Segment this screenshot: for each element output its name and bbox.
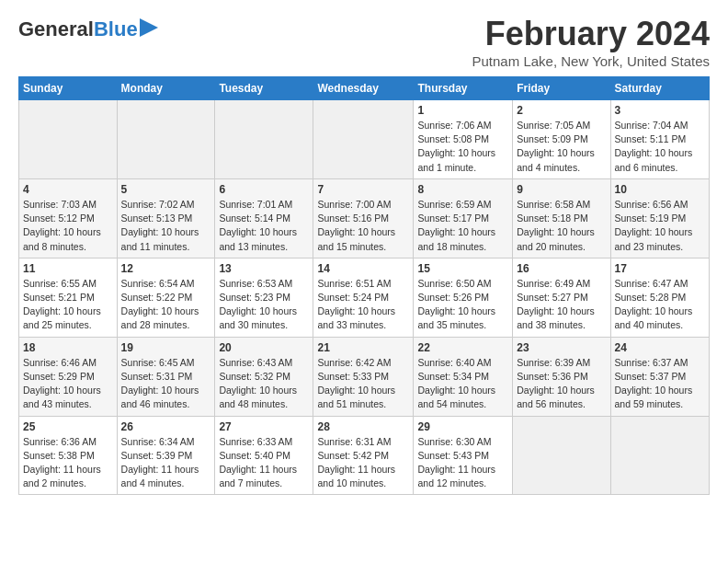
day-info: Sunrise: 7:04 AM Sunset: 5:11 PM Dayligh… (615, 119, 705, 175)
day-info: Sunrise: 6:56 AM Sunset: 5:19 PM Dayligh… (615, 198, 705, 254)
calendar-cell (313, 100, 414, 179)
calendar-cell: 2Sunrise: 7:05 AM Sunset: 5:09 PM Daylig… (513, 100, 610, 179)
day-info: Sunrise: 6:49 AM Sunset: 5:27 PM Dayligh… (517, 277, 606, 333)
day-number: 22 (417, 341, 508, 354)
calendar-cell: 15Sunrise: 6:50 AM Sunset: 5:26 PM Dayli… (414, 258, 513, 337)
calendar-cell: 27Sunrise: 6:33 AM Sunset: 5:40 PM Dayli… (215, 416, 313, 495)
logo-arrow-icon (140, 18, 158, 37)
day-number: 4 (23, 183, 113, 196)
col-header-thursday: Thursday (414, 77, 513, 100)
calendar-cell (610, 416, 709, 495)
day-number: 14 (317, 262, 409, 275)
day-number: 23 (517, 341, 606, 354)
day-number: 17 (615, 262, 705, 275)
week-row: 18Sunrise: 6:46 AM Sunset: 5:29 PM Dayli… (19, 337, 710, 416)
col-header-tuesday: Tuesday (215, 77, 313, 100)
day-info: Sunrise: 6:37 AM Sunset: 5:37 PM Dayligh… (615, 356, 705, 412)
day-number: 28 (317, 420, 409, 433)
calendar-title: February 2024 (472, 15, 710, 53)
day-number: 7 (317, 183, 409, 196)
calendar-cell (513, 416, 610, 495)
col-header-friday: Friday (513, 77, 610, 100)
day-info: Sunrise: 6:55 AM Sunset: 5:21 PM Dayligh… (23, 277, 113, 333)
day-info: Sunrise: 6:42 AM Sunset: 5:33 PM Dayligh… (317, 356, 409, 412)
calendar-cell: 16Sunrise: 6:49 AM Sunset: 5:27 PM Dayli… (513, 258, 610, 337)
calendar-cell: 19Sunrise: 6:45 AM Sunset: 5:31 PM Dayli… (117, 337, 215, 416)
calendar-cell: 26Sunrise: 6:34 AM Sunset: 5:39 PM Dayli… (117, 416, 215, 495)
day-number: 18 (23, 341, 113, 354)
day-number: 2 (517, 104, 606, 117)
col-header-wednesday: Wednesday (313, 77, 414, 100)
day-number: 24 (615, 341, 705, 354)
calendar-cell: 6Sunrise: 7:01 AM Sunset: 5:14 PM Daylig… (215, 178, 313, 258)
calendar-cell: 7Sunrise: 7:00 AM Sunset: 5:16 PM Daylig… (313, 178, 414, 258)
day-info: Sunrise: 6:51 AM Sunset: 5:24 PM Dayligh… (317, 277, 409, 333)
day-number: 29 (417, 420, 508, 433)
calendar-cell: 9Sunrise: 6:58 AM Sunset: 5:18 PM Daylig… (513, 178, 610, 258)
day-info: Sunrise: 6:45 AM Sunset: 5:31 PM Dayligh… (121, 356, 211, 412)
calendar-cell: 3Sunrise: 7:04 AM Sunset: 5:11 PM Daylig… (610, 100, 709, 179)
day-info: Sunrise: 6:53 AM Sunset: 5:23 PM Dayligh… (219, 277, 309, 333)
day-info: Sunrise: 6:50 AM Sunset: 5:26 PM Dayligh… (417, 277, 508, 333)
day-info: Sunrise: 7:01 AM Sunset: 5:14 PM Dayligh… (219, 198, 309, 254)
day-number: 16 (517, 262, 606, 275)
calendar-cell: 14Sunrise: 6:51 AM Sunset: 5:24 PM Dayli… (313, 258, 414, 337)
col-header-monday: Monday (117, 77, 215, 100)
calendar-cell: 29Sunrise: 6:30 AM Sunset: 5:43 PM Dayli… (414, 416, 513, 495)
day-number: 5 (121, 183, 211, 196)
calendar-cell: 8Sunrise: 6:59 AM Sunset: 5:17 PM Daylig… (414, 178, 513, 258)
calendar-cell (117, 100, 215, 179)
week-row: 11Sunrise: 6:55 AM Sunset: 5:21 PM Dayli… (19, 258, 710, 337)
logo: GeneralBlue (18, 18, 158, 40)
calendar-cell: 12Sunrise: 6:54 AM Sunset: 5:22 PM Dayli… (117, 258, 215, 337)
day-number: 19 (121, 341, 211, 354)
day-info: Sunrise: 6:36 AM Sunset: 5:38 PM Dayligh… (23, 435, 113, 491)
header-row: SundayMondayTuesdayWednesdayThursdayFrid… (19, 77, 710, 100)
day-number: 25 (23, 420, 113, 433)
logo-text: GeneralBlue (18, 18, 138, 40)
calendar-cell: 10Sunrise: 6:56 AM Sunset: 5:19 PM Dayli… (610, 178, 709, 258)
calendar-cell: 22Sunrise: 6:40 AM Sunset: 5:34 PM Dayli… (414, 337, 513, 416)
day-info: Sunrise: 6:43 AM Sunset: 5:32 PM Dayligh… (219, 356, 309, 412)
calendar-cell (215, 100, 313, 179)
day-number: 1 (417, 104, 508, 117)
day-number: 11 (23, 262, 113, 275)
day-info: Sunrise: 7:02 AM Sunset: 5:13 PM Dayligh… (121, 198, 211, 254)
day-info: Sunrise: 6:40 AM Sunset: 5:34 PM Dayligh… (417, 356, 508, 412)
calendar-cell: 20Sunrise: 6:43 AM Sunset: 5:32 PM Dayli… (215, 337, 313, 416)
week-row: 4Sunrise: 7:03 AM Sunset: 5:12 PM Daylig… (19, 178, 710, 258)
week-row: 25Sunrise: 6:36 AM Sunset: 5:38 PM Dayli… (19, 416, 710, 495)
calendar-cell: 13Sunrise: 6:53 AM Sunset: 5:23 PM Dayli… (215, 258, 313, 337)
calendar-table: SundayMondayTuesdayWednesdayThursdayFrid… (18, 76, 710, 495)
day-number: 10 (615, 183, 705, 196)
day-number: 9 (517, 183, 606, 196)
page-header: GeneralBlue February 2024 Putnam Lake, N… (18, 15, 710, 69)
day-number: 26 (121, 420, 211, 433)
title-block: February 2024 Putnam Lake, New York, Uni… (472, 15, 710, 69)
calendar-cell: 11Sunrise: 6:55 AM Sunset: 5:21 PM Dayli… (19, 258, 118, 337)
day-info: Sunrise: 6:58 AM Sunset: 5:18 PM Dayligh… (517, 198, 606, 254)
day-number: 13 (219, 262, 309, 275)
calendar-subtitle: Putnam Lake, New York, United States (472, 53, 710, 69)
calendar-cell: 23Sunrise: 6:39 AM Sunset: 5:36 PM Dayli… (513, 337, 610, 416)
day-info: Sunrise: 7:06 AM Sunset: 5:08 PM Dayligh… (417, 119, 508, 175)
col-header-sunday: Sunday (19, 77, 118, 100)
day-info: Sunrise: 6:34 AM Sunset: 5:39 PM Dayligh… (121, 435, 211, 491)
day-number: 21 (317, 341, 409, 354)
calendar-cell: 18Sunrise: 6:46 AM Sunset: 5:29 PM Dayli… (19, 337, 118, 416)
day-number: 3 (615, 104, 705, 117)
day-info: Sunrise: 6:47 AM Sunset: 5:28 PM Dayligh… (615, 277, 705, 333)
day-info: Sunrise: 6:54 AM Sunset: 5:22 PM Dayligh… (121, 277, 211, 333)
calendar-cell: 1Sunrise: 7:06 AM Sunset: 5:08 PM Daylig… (414, 100, 513, 179)
calendar-cell: 24Sunrise: 6:37 AM Sunset: 5:37 PM Dayli… (610, 337, 709, 416)
calendar-cell: 4Sunrise: 7:03 AM Sunset: 5:12 PM Daylig… (19, 178, 118, 258)
svg-marker-0 (140, 18, 158, 37)
week-row: 1Sunrise: 7:06 AM Sunset: 5:08 PM Daylig… (19, 100, 710, 179)
calendar-cell: 5Sunrise: 7:02 AM Sunset: 5:13 PM Daylig… (117, 178, 215, 258)
day-info: Sunrise: 6:30 AM Sunset: 5:43 PM Dayligh… (417, 435, 508, 491)
calendar-cell: 21Sunrise: 6:42 AM Sunset: 5:33 PM Dayli… (313, 337, 414, 416)
calendar-cell: 17Sunrise: 6:47 AM Sunset: 5:28 PM Dayli… (610, 258, 709, 337)
day-info: Sunrise: 6:59 AM Sunset: 5:17 PM Dayligh… (417, 198, 508, 254)
day-number: 8 (417, 183, 508, 196)
col-header-saturday: Saturday (610, 77, 709, 100)
